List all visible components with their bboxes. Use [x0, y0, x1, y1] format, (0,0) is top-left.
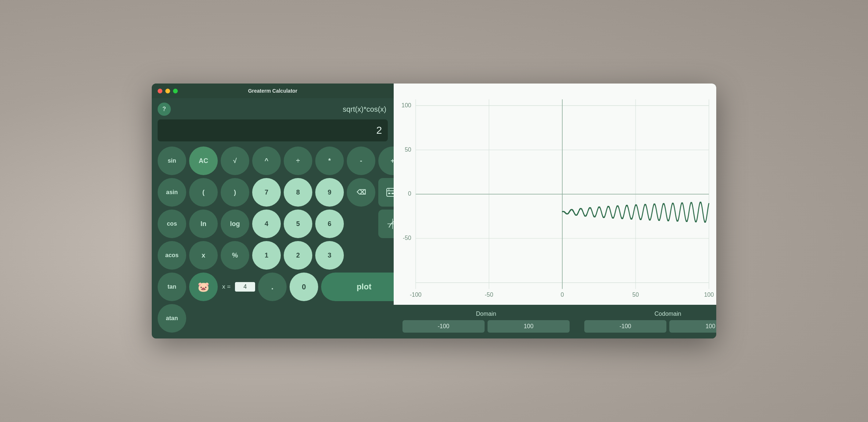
- bottom-row: 🐷 x = . 0 plot: [189, 273, 394, 301]
- sin-button[interactable]: sin: [158, 147, 186, 175]
- domain-group: Domain: [402, 311, 570, 333]
- nine-button[interactable]: 9: [315, 178, 344, 207]
- close-button[interactable]: [158, 89, 162, 93]
- app-container: Greaterm Calculator ? sqrt(x)*cos(x) 2 s…: [152, 84, 716, 338]
- row-3: ln log 4 5 6: [189, 210, 394, 238]
- backspace-button[interactable]: ⌫: [347, 178, 375, 207]
- add-button[interactable]: +: [378, 147, 394, 175]
- svg-text:50: 50: [632, 291, 639, 299]
- rparen-button[interactable]: ): [221, 178, 249, 207]
- multiply-button[interactable]: *: [315, 147, 344, 175]
- svg-text:-50: -50: [403, 234, 411, 242]
- acos-button[interactable]: acos: [158, 241, 186, 270]
- lparen-button[interactable]: (: [189, 178, 218, 207]
- one-button[interactable]: 1: [252, 241, 281, 270]
- maximize-button[interactable]: [173, 89, 178, 93]
- expression-display: sqrt(x)*cos(x): [175, 105, 388, 114]
- three-button[interactable]: 3: [315, 241, 344, 270]
- ac-button[interactable]: AC: [189, 147, 218, 175]
- divide-button[interactable]: ÷: [284, 147, 312, 175]
- dot-button[interactable]: .: [258, 273, 287, 301]
- svg-text:100: 100: [704, 291, 714, 299]
- tan-button[interactable]: tan: [158, 273, 186, 301]
- codomain-label: Codomain: [584, 311, 716, 317]
- right-grid: AC √ ^ ÷ * - + ( ) 7 8 9: [189, 147, 394, 333]
- plot-button[interactable]: plot: [321, 273, 394, 301]
- help-button[interactable]: ?: [158, 103, 171, 116]
- seven-button[interactable]: 7: [252, 178, 281, 207]
- domain-max-input[interactable]: [488, 320, 570, 333]
- four-button[interactable]: 4: [252, 210, 281, 238]
- top-bar: ? sqrt(x)*cos(x): [158, 103, 388, 116]
- codomain-inputs: [584, 320, 716, 333]
- domain-label: Domain: [402, 311, 570, 317]
- percent-button[interactable]: %: [221, 241, 249, 270]
- zero-button[interactable]: 0: [290, 273, 318, 301]
- x-equals-label: x =: [222, 283, 231, 290]
- result-display: 2: [158, 119, 388, 141]
- graph-controls: Domain Codomain: [394, 305, 716, 338]
- log-button[interactable]: log: [221, 210, 249, 238]
- window-controls: [158, 89, 178, 93]
- domain-row: Domain Codomain: [402, 311, 707, 333]
- svg-text:0: 0: [408, 190, 411, 197]
- svg-rect-0: [387, 188, 394, 196]
- buttons-area: sin asin cos acos tan atan AC √ ^ ÷ *: [158, 147, 388, 333]
- calculator-window: Greaterm Calculator ? sqrt(x)*cos(x) 2 s…: [152, 84, 394, 338]
- five-button[interactable]: 5: [284, 210, 312, 238]
- svg-text:-100: -100: [410, 291, 422, 299]
- svg-text:-50: -50: [485, 291, 493, 299]
- title-bar: Greaterm Calculator: [152, 84, 394, 98]
- row-4: x % 1 2 3: [189, 241, 394, 270]
- asin-button[interactable]: asin: [158, 178, 186, 207]
- minimize-button[interactable]: [165, 89, 170, 93]
- row-2: ( ) 7 8 9 ⌫: [189, 178, 394, 207]
- window-title: Greaterm Calculator: [248, 88, 298, 94]
- svg-text:100: 100: [401, 101, 411, 109]
- power-button[interactable]: ^: [252, 147, 281, 175]
- six-button[interactable]: 6: [315, 210, 344, 238]
- row-1: AC √ ^ ÷ * - +: [189, 147, 394, 175]
- ln-button[interactable]: ln: [189, 210, 218, 238]
- sqrt-button[interactable]: √: [221, 147, 249, 175]
- atan-button[interactable]: atan: [158, 304, 186, 333]
- svg-text:50: 50: [405, 146, 411, 153]
- codomain-min-input[interactable]: [584, 320, 666, 333]
- x-value-input[interactable]: [235, 282, 255, 292]
- finance-button[interactable]: %: [378, 178, 394, 207]
- piggy-button[interactable]: 🐷: [189, 273, 218, 301]
- svg-text:0: 0: [561, 291, 564, 299]
- curve-button[interactable]: [378, 210, 394, 238]
- cos-button[interactable]: cos: [158, 210, 186, 238]
- two-button[interactable]: 2: [284, 241, 312, 270]
- trig-column: sin asin cos acos tan atan: [158, 147, 186, 333]
- domain-min-input[interactable]: [402, 320, 485, 333]
- svg-rect-3: [388, 193, 390, 194]
- calc-body: ? sqrt(x)*cos(x) 2 sin asin cos acos tan…: [152, 98, 394, 338]
- eight-button[interactable]: 8: [284, 178, 312, 207]
- subtract-button[interactable]: -: [347, 147, 375, 175]
- graph-svg: 100 50 0 -50 -100 -50 0 50 100: [394, 84, 716, 305]
- graph-window: 100 50 0 -50 -100 -50 0 50 100: [394, 84, 716, 338]
- codomain-max-input[interactable]: [669, 320, 716, 333]
- graph-area: 100 50 0 -50 -100 -50 0 50 100: [394, 84, 716, 305]
- domain-inputs: [402, 320, 570, 333]
- codomain-group: Codomain: [584, 311, 716, 333]
- x-button[interactable]: x: [189, 241, 218, 270]
